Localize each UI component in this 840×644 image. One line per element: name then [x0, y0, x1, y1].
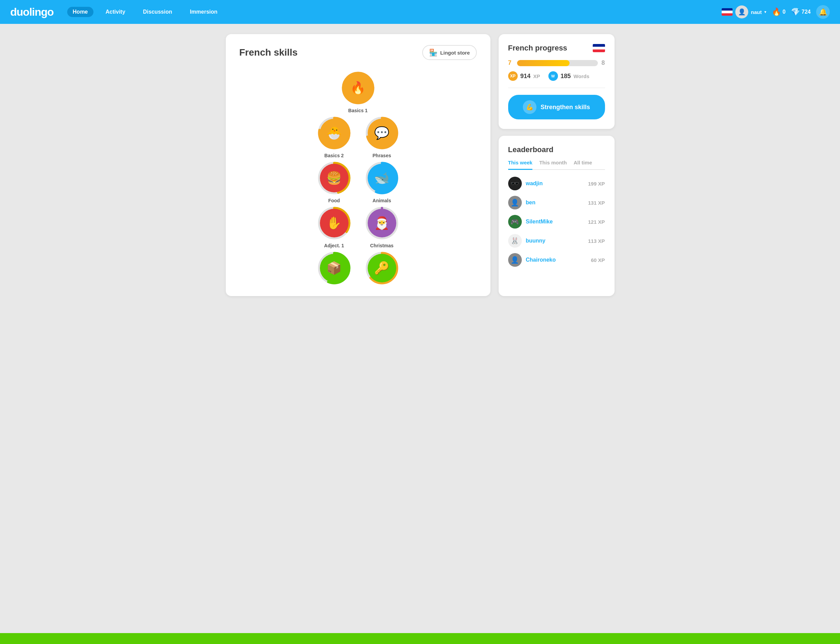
skill-adjectives1[interactable]: ✋ Adject. 1	[317, 206, 351, 248]
progress-bar-fill	[517, 60, 570, 66]
skill-tree: 🔥 Basics 1 🐣 Basics 2	[240, 71, 477, 285]
leaderboard-entry-1[interactable]: 👤 ben 131 XP	[508, 196, 605, 209]
level-next: 8	[601, 59, 605, 67]
nav-home[interactable]: Home	[67, 7, 93, 17]
skill-icon-phrases: 💬	[368, 119, 396, 147]
leaderboard-card: Leaderboard This week This month All tim…	[499, 136, 615, 296]
skills-title: French skills	[240, 47, 298, 58]
chevron-down-icon: ▾	[764, 10, 766, 14]
leaderboard-list: 🕶️ wadjin 199 XP 👤 ben 131 XP 🎮 SilentMi…	[508, 177, 605, 267]
streak-display: 🔥 0	[772, 8, 786, 16]
user-avatar: 👤	[735, 5, 748, 18]
header-right: 👤 naut ▾ 🔥 0 💎 724 🔔	[722, 5, 830, 19]
skill-label-phrases: Phrases	[372, 153, 391, 158]
progress-title: French progress	[508, 44, 568, 53]
avatar-buunny: 🐰	[508, 234, 522, 248]
username: naut	[751, 9, 762, 15]
store-icon: 🏪	[429, 48, 438, 57]
name-wadjin: wadjin	[526, 181, 584, 187]
french-flag-icon	[722, 8, 733, 16]
right-column: French progress 7 8 XP	[499, 34, 615, 296]
leaderboard-tabs: This week This month All time	[508, 159, 605, 170]
skill-food[interactable]: 🍔 Food	[317, 161, 351, 203]
strengthen-skills-button[interactable]: 💪 Strengthen skills	[508, 95, 605, 119]
skill-row-2: 🍔 Food 🐋 Animals	[317, 161, 399, 203]
xp-chaironeko: 60 XP	[591, 257, 605, 263]
skill-circle-christmas: 🎅	[365, 206, 399, 240]
name-chaironeko: Chaironeko	[526, 257, 587, 263]
logo: duolingo	[10, 6, 54, 18]
words-label: Words	[574, 73, 589, 79]
skill-icon-adjectives1: ✋	[320, 209, 349, 237]
strengthen-label: Strengthen skills	[541, 104, 590, 111]
avatar-wadjin: 🕶️	[508, 177, 522, 191]
fire-icon: 🔥	[772, 8, 781, 16]
skill-row-4: 📦 🔑	[317, 251, 399, 285]
leaderboard-entry-0[interactable]: 🕶️ wadjin 199 XP	[508, 177, 605, 191]
main-nav: Home Activity Discussion Immersion	[67, 7, 223, 17]
leaderboard-entry-3[interactable]: 🐰 buunny 113 XP	[508, 234, 605, 248]
skill-icon-food: 🍔	[320, 164, 349, 192]
skill-basics2[interactable]: 🐣 Basics 2	[317, 116, 351, 158]
skill-basics1[interactable]: 🔥 Basics 1	[341, 71, 375, 113]
skill-row-0: 🔥 Basics 1	[341, 71, 375, 113]
grass-strip	[0, 633, 840, 644]
skills-header: French skills 🏪 Lingot store	[240, 45, 477, 60]
skill-row-3: ✋ Adject. 1 🎅 Christmas	[317, 206, 399, 248]
skill-icon-basics2: 🐣	[320, 119, 349, 147]
strengthen-icon: 💪	[523, 100, 536, 114]
words-value: 185	[561, 73, 571, 80]
leaderboard-entry-2[interactable]: 🎮 SilentMike 121 XP	[508, 215, 605, 228]
skill-label-christmas: Christmas	[370, 243, 393, 248]
words-badge-icon: W	[548, 71, 558, 81]
xp-value: 914	[520, 73, 531, 80]
skills-panel: French skills 🏪 Lingot store 🔥 Ba	[226, 34, 491, 296]
skill-circle-animals: 🐋	[365, 161, 399, 195]
xp-badge-icon: XP	[508, 71, 518, 81]
skill-circle-basics2: 🐣	[317, 116, 351, 150]
gems-count: 724	[801, 9, 810, 15]
skill-circle-mystery2: 🔑	[365, 251, 399, 285]
skill-mystery1[interactable]: 📦	[317, 251, 351, 285]
skill-icon-animals: 🐋	[368, 164, 396, 192]
skill-label-food: Food	[328, 198, 340, 203]
level-current: 7	[508, 59, 514, 67]
skill-mystery2[interactable]: 🔑	[365, 251, 399, 285]
progress-bar-background	[517, 60, 598, 66]
tab-this-week[interactable]: This week	[508, 159, 533, 170]
notifications-button[interactable]: 🔔	[816, 5, 830, 19]
app-header: duolingo Home Activity Discussion Immers…	[0, 0, 840, 24]
skill-label-basics2: Basics 2	[324, 153, 344, 158]
leaderboard-entry-4[interactable]: 👤 Chaironeko 60 XP	[508, 253, 605, 267]
tab-all-time[interactable]: All time	[574, 159, 592, 170]
tab-this-month[interactable]: This month	[539, 159, 567, 170]
level-bar-wrap: 7 8	[508, 59, 605, 67]
nav-discussion[interactable]: Discussion	[138, 7, 177, 17]
name-ben: ben	[526, 200, 584, 206]
avatar-ben: 👤	[508, 196, 522, 209]
skill-label-animals: Animals	[372, 198, 391, 203]
avatar-chaironeko: 👤	[508, 253, 522, 267]
name-buunny: buunny	[526, 238, 584, 244]
skill-christmas[interactable]: 🎅 Christmas	[365, 206, 399, 248]
skill-phrases[interactable]: 💬 Phrases	[365, 116, 399, 158]
progress-bar-section: 7 8 XP 914 XP W 185 Words	[508, 59, 605, 81]
skill-label-basics1: Basics 1	[348, 108, 368, 113]
name-silentmike: SilentMike	[526, 219, 584, 225]
leaderboard-title: Leaderboard	[508, 145, 605, 154]
skill-circle-basics1: 🔥	[341, 71, 375, 105]
streak-count: 0	[783, 9, 786, 15]
skill-animals[interactable]: 🐋 Animals	[365, 161, 399, 203]
skill-icon-christmas: 🎅	[368, 209, 396, 237]
lingot-store-button[interactable]: 🏪 Lingot store	[422, 45, 477, 60]
xp-label: XP	[533, 73, 540, 79]
lingot-store-label: Lingot store	[440, 50, 470, 56]
nav-activity[interactable]: Activity	[100, 7, 131, 17]
nav-immersion[interactable]: Immersion	[184, 7, 223, 17]
skill-circle-adjectives1: ✋	[317, 206, 351, 240]
progress-card: French progress 7 8 XP	[499, 34, 615, 129]
language-selector[interactable]: 👤 naut ▾	[722, 5, 767, 18]
xp-silentmike: 121 XP	[588, 219, 605, 225]
xp-ben: 131 XP	[588, 200, 605, 206]
gem-icon: 💎	[791, 8, 800, 16]
